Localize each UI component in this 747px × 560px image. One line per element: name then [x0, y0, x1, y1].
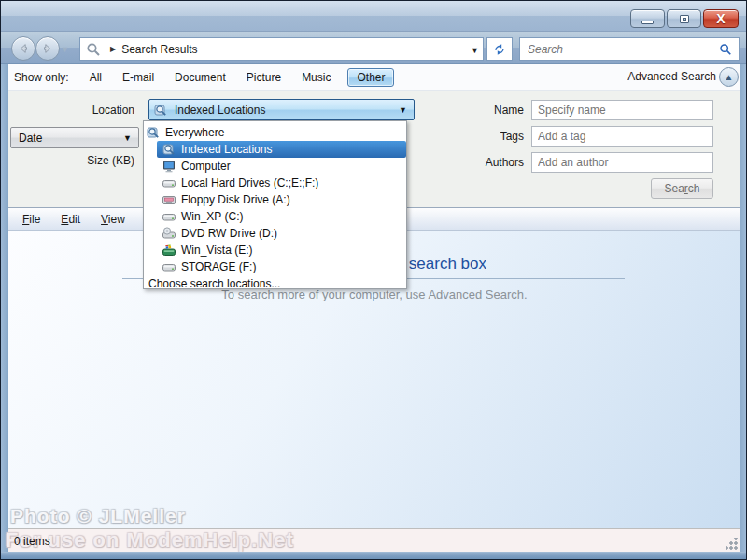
breadcrumb-arrow-icon[interactable]: ▶ [110, 45, 116, 53]
menu-file[interactable]: File [16, 211, 47, 228]
dropdown-item-label: Local Hard Drives (C:;E:;F:) [181, 176, 318, 189]
dropdown-item-label: Win_XP (C:) [181, 210, 243, 223]
location-label: Location [41, 104, 134, 117]
maximize-icon [680, 15, 689, 23]
filter-all[interactable]: All [90, 71, 102, 84]
title-bar[interactable]: X [1, 1, 746, 32]
search-button-text-end: ch [688, 182, 700, 195]
location-dropdown-list: Everywhere Indexed Locations Computer Lo… [143, 120, 407, 289]
minimize-icon [641, 21, 654, 24]
filter-email[interactable]: E-mail [122, 71, 154, 84]
dropdown-item-win-vista[interactable]: Win_Vista (E:) [144, 242, 406, 259]
search-input[interactable] [520, 43, 719, 56]
size-label: Size (KB) [41, 154, 134, 167]
window-bottom-border [1, 552, 746, 559]
dropdown-item-storage[interactable]: STORAGE (F:) [144, 259, 406, 275]
dropdown-item-label: Everywhere [165, 126, 224, 139]
authors-label: Authors [438, 156, 524, 169]
dropdown-footer-label: Choose search locations... [148, 277, 280, 290]
breadcrumb[interactable]: Search Results [121, 43, 197, 56]
date-value: Date [19, 132, 42, 145]
menu-edit[interactable]: Edit [54, 211, 87, 228]
dropdown-item-everywhere[interactable]: Everywhere [144, 124, 406, 141]
status-bar: For use on ModemHelp.Net 0 items [8, 528, 740, 553]
dropdown-item-floppy-disk-drive[interactable]: Floppy Disk Drive (A:) [144, 191, 406, 208]
filter-bar: Show only: All E-mail Document Picture M… [8, 64, 740, 91]
location-value: Indexed Locations [175, 104, 265, 117]
dropdown-item-local-hard-drives[interactable]: Local Hard Drives (C:;E:;F:) [144, 175, 406, 191]
search-location-mag-icon [86, 42, 101, 57]
chevron-up-icon: ▲ [725, 72, 734, 82]
search-location-icon [162, 143, 176, 156]
location-combobox[interactable]: Indexed Locations ▼ [148, 99, 415, 120]
refresh-icon [493, 43, 506, 56]
forward-button[interactable] [35, 36, 60, 61]
watermark-line1: Photo © JLMeller [10, 505, 186, 527]
computer-icon [162, 160, 176, 173]
name-label: Name [438, 104, 524, 117]
date-dropdown-icon: ▼ [123, 133, 132, 143]
authors-field[interactable] [531, 152, 713, 173]
advanced-search-collapse-button[interactable]: ▲ [719, 67, 739, 87]
dvd-drive-icon [162, 227, 176, 240]
close-icon: X [716, 12, 725, 25]
dropdown-item-label: Win_Vista (E:) [181, 244, 252, 257]
maximize-button[interactable] [667, 9, 701, 28]
dropdown-item-indexed-locations[interactable]: Indexed Locations [157, 141, 406, 158]
show-only-label: Show only: [14, 71, 69, 84]
window-left-border [1, 64, 8, 553]
address-dropdown-icon[interactable]: ▼ [471, 46, 479, 55]
advanced-search-label[interactable]: Advanced Search [627, 70, 716, 83]
resize-grip[interactable] [726, 538, 738, 550]
choose-search-locations-link[interactable]: Choose search locations... [144, 275, 406, 291]
filter-music[interactable]: Music [302, 71, 331, 84]
search-button-text: Sea [664, 182, 684, 195]
window-search-results: X ▼ ▶ Search Results ▼ Show only: [0, 0, 747, 560]
back-arrow-icon [17, 42, 30, 55]
dropdown-item-dvd-rw-drive[interactable]: DVD RW Drive (D:) [144, 225, 406, 242]
minimize-button[interactable] [630, 9, 665, 28]
vista-drive-icon [162, 244, 176, 257]
refresh-button[interactable] [486, 37, 513, 61]
filter-other-selected[interactable]: Other [347, 68, 394, 87]
recent-pages-chevron-icon[interactable]: ▼ [61, 45, 69, 54]
search-location-icon [147, 126, 160, 139]
dropdown-item-computer[interactable]: Computer [144, 158, 406, 175]
dropdown-item-label: Indexed Locations [181, 143, 272, 156]
close-button[interactable]: X [703, 9, 739, 28]
back-button[interactable] [11, 36, 35, 61]
address-bar[interactable]: ▶ Search Results ▼ [79, 37, 484, 61]
hard-drive-icon [162, 210, 176, 223]
search-icon[interactable] [719, 43, 732, 56]
menu-view[interactable]: View [94, 211, 132, 228]
dropdown-item-label: Computer [181, 160, 231, 173]
dropdown-item-label: STORAGE (F:) [181, 260, 256, 273]
tags-label: Tags [438, 130, 524, 143]
name-field[interactable] [531, 100, 713, 120]
forward-arrow-icon [41, 42, 54, 55]
search-box [519, 37, 740, 61]
hard-drive-icon [162, 176, 176, 189]
combo-dropdown-icon: ▼ [399, 105, 407, 115]
search-location-icon [154, 104, 167, 117]
filter-document[interactable]: Document [175, 71, 226, 84]
filter-picture[interactable]: Picture [247, 71, 281, 84]
navigation-bar: ▼ ▶ Search Results ▼ [1, 32, 746, 64]
floppy-drive-icon [162, 193, 176, 206]
status-items-count: 0 items [14, 535, 50, 548]
dropdown-item-label: Floppy Disk Drive (A:) [181, 193, 290, 206]
tags-field[interactable] [531, 126, 713, 147]
dropdown-item-label: DVD RW Drive (D:) [181, 227, 277, 240]
dropdown-item-win-xp[interactable]: Win_XP (C:) [144, 208, 406, 225]
hard-drive-icon [162, 260, 176, 273]
date-dropdown[interactable]: Date ▼ [10, 127, 139, 148]
search-button[interactable]: Search [651, 178, 713, 199]
